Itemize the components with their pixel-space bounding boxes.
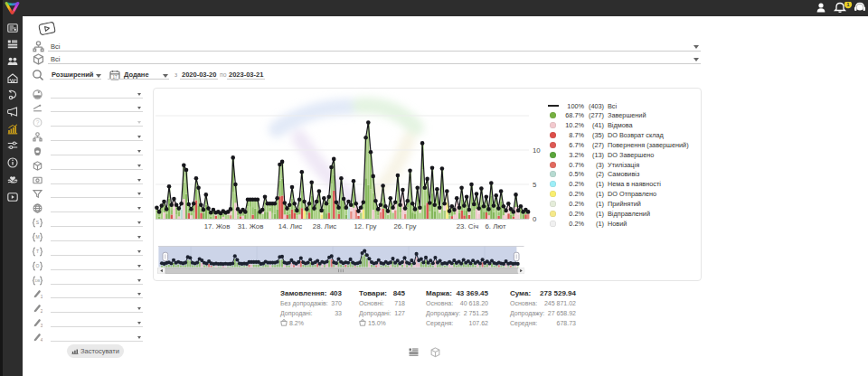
svg-text:31. Жов: 31. Жов	[238, 222, 264, 230]
svg-text:17. Жов: 17. Жов	[204, 222, 231, 230]
svg-text:5: 5	[533, 181, 537, 189]
svg-text:10: 10	[533, 146, 541, 155]
svg-text:14. Лис: 14. Лис	[278, 222, 302, 230]
svg-text:23. Січ: 23. Січ	[457, 222, 478, 230]
svg-text:26. Гру: 26. Гру	[394, 222, 417, 230]
svg-text:0: 0	[533, 215, 537, 223]
svg-text:12. Гру: 12. Гру	[354, 222, 377, 230]
svg-text:28. Лис: 28. Лис	[313, 222, 336, 230]
svg-text:6. Лют: 6. Лют	[485, 222, 505, 230]
